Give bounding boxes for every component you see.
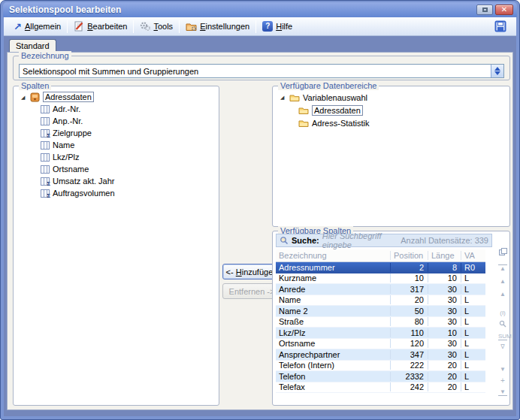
cell-position: 110 <box>390 328 428 337</box>
table-row[interactable]: Adressnummer 2 8 R0 <box>276 262 485 273</box>
scroll-top-icon[interactable]: ▲ <box>498 264 507 272</box>
grid-header[interactable]: Bezeichnung Position Länge VA <box>276 249 485 262</box>
toolbar-item-einstellungen[interactable]: Einstellungen <box>180 19 255 35</box>
add-row-icon[interactable]: + <box>498 377 507 384</box>
close-button[interactable]: ✕ <box>495 5 513 15</box>
tree-item[interactable]: Ortsname <box>15 163 217 175</box>
maximize-icon <box>482 8 488 12</box>
cell-length: 30 <box>428 350 461 359</box>
toolbar-item-tools[interactable]: Tools <box>135 19 178 35</box>
tree-item[interactable]: Lkz/Plz <box>15 151 217 163</box>
sigma-glyph: Σ <box>47 193 50 199</box>
dialog-window: Selektionspool bearbeiten ✕ ↗ Allgemein … <box>0 0 520 420</box>
tree-item-label: Adress-Statistik <box>312 119 369 128</box>
tree-item[interactable]: Adr.-Nr. <box>15 103 217 115</box>
tree-item-label: Lkz/Plz <box>53 153 79 162</box>
header-position[interactable]: Position <box>390 251 428 260</box>
table-row[interactable]: Ansprechpartner 347 30 L <box>276 349 485 361</box>
expander-icon[interactable]: ◢ <box>280 95 286 100</box>
columns-grid: Bezeichnung Position Länge VA Adressnumm… <box>276 249 485 393</box>
expander-icon[interactable]: ◢ <box>21 95 27 100</box>
cell-va: L <box>461 285 485 294</box>
cell-position: 2 <box>390 263 428 272</box>
row-search-icon[interactable] <box>498 320 507 329</box>
search-bar[interactable]: Suche: Hier Suchbegriff eingebe Anzahl D… <box>276 234 492 247</box>
tree-item-label: Adressdaten <box>312 105 363 116</box>
bezeichnung-combobox[interactable]: Selektionspool mit Summen und Gruppierun… <box>19 64 504 78</box>
group-verfuegbare-spalten: Verfügbare Spalten Suche: Hier Suchbegri… <box>272 231 510 406</box>
toolbar-item-allgemein[interactable]: ↗ Allgemein <box>8 19 66 35</box>
spin-up-icon <box>494 67 500 71</box>
cell-length: 20 <box>428 382 461 391</box>
group-label: Spalten <box>19 81 51 90</box>
table-row[interactable]: Telefon (Intern) 222 20 L <box>276 361 485 372</box>
cell-length: 30 <box>428 307 461 316</box>
tree-item[interactable]: Σ Umsatz akt. Jahr <box>15 175 217 187</box>
table-row[interactable]: Anrede 317 30 L <box>276 284 485 295</box>
table-columns-icon <box>41 141 50 150</box>
help-icon: ? <box>262 21 273 32</box>
toolbar-item-bearbeiten[interactable]: Bearbeiten <box>68 19 132 35</box>
cell-va: L <box>461 328 485 337</box>
header-va[interactable]: VA <box>461 251 485 260</box>
cell-length: 8 <box>428 263 461 272</box>
tree-node-label: Variablenauswahl <box>303 93 367 102</box>
toolbar-label: Bearbeiten <box>87 22 127 31</box>
toolbar-separator <box>67 20 68 33</box>
table-sum-icon: Σ <box>41 189 50 198</box>
tree-node-adressdaten[interactable]: ◢ Adressdaten <box>15 91 217 103</box>
folder-icon <box>289 93 300 102</box>
cell-name: Telefon (Intern) <box>276 361 390 370</box>
table-row[interactable]: Lkz/Plz 110 10 L <box>276 328 485 339</box>
cell-length: 20 <box>428 361 461 370</box>
page-up-icon[interactable]: ▲ <box>498 291 507 298</box>
toolbar-item-hilfe[interactable]: ? Hilfe <box>257 19 298 35</box>
cell-name: Name <box>276 295 390 304</box>
table-row[interactable]: Telefon 2332 20 L <box>276 371 485 382</box>
header-bezeichnung[interactable]: Bezeichnung <box>276 251 390 260</box>
brackets-icon[interactable]: (I) <box>498 310 507 316</box>
table-row[interactable]: Name 20 30 L <box>276 295 485 307</box>
tree-item-label: Anp.-Nr. <box>53 116 83 125</box>
column-chooser-icon[interactable] <box>498 248 507 257</box>
group-spalten: Spalten ◢ Adressdaten Adr.-Nr. <box>13 86 219 406</box>
tree-node-variablenauswahl[interactable]: ◢ Variablenauswahl <box>274 91 508 104</box>
cell-position: 10 <box>390 273 428 283</box>
table-row[interactable]: Name 2 50 30 L <box>276 306 485 317</box>
table-row[interactable]: Telefax 242 20 L <box>276 382 485 394</box>
titlebar[interactable]: Selektionspool bearbeiten ✕ <box>3 2 517 17</box>
tree-item-label: Ortsname <box>53 165 89 174</box>
tree-item[interactable]: Name <box>15 139 217 151</box>
table-columns-icon <box>41 117 50 125</box>
tree-item-label: Adr.-Nr. <box>53 104 80 113</box>
tree-item-adress-statistik[interactable]: Adress-Statistik <box>274 116 508 129</box>
tree-item[interactable]: Anp.-Nr. <box>15 115 217 127</box>
combobox-dropdown-button[interactable] <box>491 65 503 77</box>
toolbar-label: Einstellungen <box>200 22 249 31</box>
table-row[interactable]: Straße 80 30 L <box>276 317 485 328</box>
search-label: Suche: <box>292 236 319 245</box>
cell-name: Kurzname <box>276 273 390 283</box>
scroll-bottom-icon[interactable]: ▼ <box>498 388 507 396</box>
cell-va: L <box>461 307 485 316</box>
cell-name: Straße <box>276 317 390 326</box>
header-laenge[interactable]: Länge <box>428 251 461 260</box>
table-row[interactable]: Ortsname 120 30 L <box>276 339 485 350</box>
page-down-icon[interactable]: ▼ <box>498 366 507 373</box>
tree-item[interactable]: Σ Zielgruppe <box>15 127 217 139</box>
cell-va: L <box>461 317 485 326</box>
sum-icon[interactable]: SUM <box>498 333 507 340</box>
tree-item-adressdaten[interactable]: Adressdaten <box>274 104 508 116</box>
tree-item[interactable]: Σ Auftragsvolumen <box>15 187 217 199</box>
cell-length: 30 <box>428 295 461 304</box>
maximize-button[interactable] <box>476 5 493 15</box>
move-up-icon[interactable]: ▲ <box>498 278 507 285</box>
tab-page: Bezeichnung Selektionspool mit Summen un… <box>7 52 513 410</box>
save-button[interactable] <box>489 19 512 35</box>
cell-name: Anrede <box>276 285 390 294</box>
filter-icon[interactable]: ∇ <box>498 343 507 350</box>
table-row[interactable]: Kurzname 10 10 L <box>276 273 485 285</box>
edit-note-icon <box>74 21 84 32</box>
cell-name: Adressnummer <box>276 263 390 272</box>
tree-item-label: Zielgruppe <box>53 128 92 137</box>
